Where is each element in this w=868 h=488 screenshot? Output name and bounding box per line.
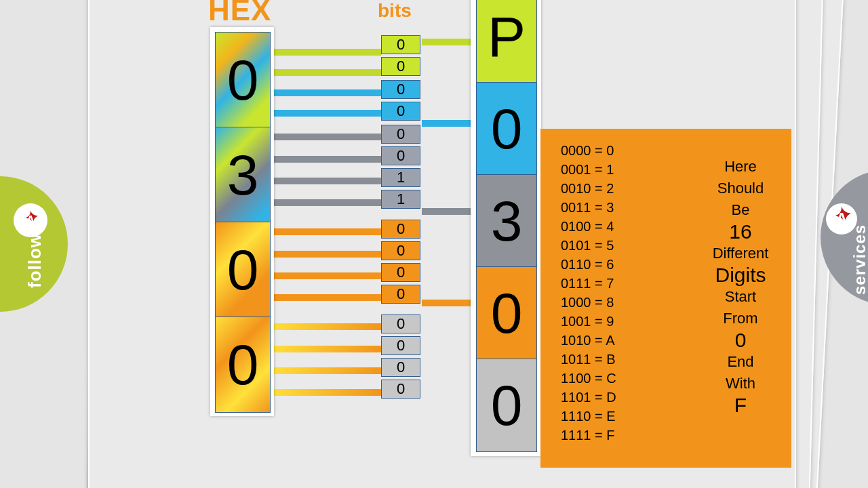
hex-cell: 0 [215,32,271,128]
bit-cell: 0 [381,336,420,355]
info-panel: 0000 = 00001 = 1 0010 = 20011 = 3 0100 =… [540,129,791,468]
heading-hex: HEX [208,0,271,27]
bit-cell: 0 [381,57,420,76]
result-cell: 0 [476,82,537,176]
result-cell: 3 [476,174,537,268]
hex-cell: 0 [215,222,271,318]
result-column: P 0 3 0 0 [471,0,541,456]
bit-cell: 0 [381,314,420,333]
result-cell: 0 [476,359,537,452]
bit-cell: 1 [381,168,420,187]
bit-cell: 0 [381,125,420,144]
bit-cell: 0 [381,80,420,99]
heading-bits: bits [378,0,412,22]
bit-cell: 0 [381,358,420,377]
svg-text:A: A [836,210,848,228]
hex-cell: 0 [215,317,271,413]
hex-column: 0 3 0 0 [210,27,274,416]
bit-cell: 0 [381,263,420,282]
bit-cell: 0 [381,220,420,239]
diagram-stage: HEX bits 0 3 0 0 0 [68,0,800,488]
hex-cell: 3 [215,127,271,223]
result-cell: P [476,0,537,83]
hex-map-list: 0000 = 00001 = 1 0010 = 20011 = 3 0100 =… [561,141,616,445]
bit-cell: 0 [381,102,420,121]
left-tab-label: follow [24,233,45,288]
bit-cell: 1 [381,190,420,209]
bit-cell: 0 [381,146,420,165]
bit-cell: 0 [381,285,420,304]
bit-cell: 0 [381,35,420,54]
left-tab-follow[interactable]: A follow [0,176,75,312]
explain-text: Here Should Be 16 Different Digits Start… [696,156,785,416]
logo-icon: A [14,203,47,237]
bit-cell: 0 [381,241,420,260]
result-cell: 0 [476,266,537,360]
svg-text:A: A [26,214,35,227]
bit-cell: 0 [381,380,420,399]
